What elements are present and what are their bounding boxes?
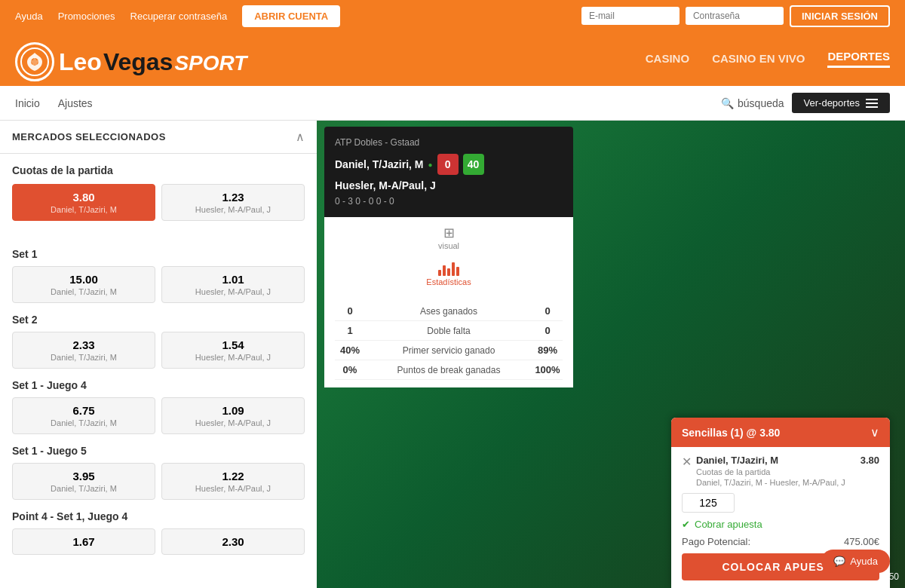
set2-odds-row: 2.33 Daniel, T/Jaziri, M 1.54 Huesler, M…	[0, 332, 317, 369]
markets-header: MERCADOS SELECCIONADOS ∧	[0, 121, 317, 154]
odd-button-team2[interactable]: 1.23 Huesler, M-A/Paul, J	[161, 184, 305, 221]
stat-row-doble: 1 Doble falta 0	[335, 321, 563, 341]
bet-amount-row	[682, 493, 879, 513]
stat-row-ases: 0 Ases ganados 0	[335, 302, 563, 321]
set2-odd-1[interactable]: 2.33 Daniel, T/Jaziri, M	[12, 332, 155, 369]
brand-leo: Leo	[59, 48, 102, 76]
nav-inicio[interactable]: Inicio	[15, 97, 40, 109]
odd-value-1: 3.80	[20, 191, 147, 204]
stats-label: Estadísticas	[426, 277, 471, 286]
odd-label-1: Daniel, T/Jaziri, M	[20, 205, 147, 214]
stat-left-primer: 40%	[335, 345, 365, 356]
nav-ajustes[interactable]: Ajustes	[58, 97, 93, 109]
set1j4-odds-row: 6.75 Daniel, T/Jaziri, M 1.09 Huesler, M…	[0, 397, 317, 434]
main-nav: CASINO CASINO EN VIVO DEPORTES	[646, 50, 890, 74]
search-icon: 🔍	[721, 97, 734, 109]
markets-panel: MERCADOS SELECCIONADOS ∧ Cuotas de la pa…	[0, 121, 317, 588]
bet-slip-title: Sencillas (1) @ 3.80	[682, 427, 780, 439]
stat-left-doble: 1	[335, 325, 365, 336]
hamburger-icon	[866, 99, 878, 108]
stat-name-primer: Primer servicio ganado	[365, 345, 532, 356]
brand-header: Leo Vegas SPORT CASINO CASINO EN VIVO DE…	[0, 32, 905, 86]
score-badge-team2: 40	[463, 154, 484, 175]
stat-row-break: 0% Puntos de break ganadas 100%	[335, 360, 563, 380]
cobrar-apuesta[interactable]: ✔ Cobrar apuesta	[682, 519, 879, 530]
bet-slip-header[interactable]: Sencillas (1) @ 3.80 ∨	[671, 418, 890, 447]
team1-name: Daniel, T/Jaziri, M	[335, 158, 423, 170]
match-stats-box: ⊞ visual Estadísticas	[324, 217, 573, 387]
set1j5-odd-1[interactable]: 3.95 Daniel, T/Jaziri, M	[12, 463, 155, 500]
bet-close-icon[interactable]: ✕	[682, 455, 692, 469]
stat-name-break: Puntos de break ganadas	[365, 365, 532, 375]
odd-button-team1[interactable]: 3.80 Daniel, T/Jaziri, M	[12, 184, 155, 221]
pago-value: 475.00€	[844, 536, 879, 547]
stat-left-break: 0%	[335, 364, 365, 375]
bet-item-info: Daniel, T/Jaziri, M 3.80 Cuotas de la pa…	[696, 455, 879, 487]
open-account-button[interactable]: ABRIR CUENTA	[242, 5, 340, 27]
bet-amount-input[interactable]	[682, 493, 735, 513]
logo-icon	[15, 42, 54, 81]
collapse-arrow-icon[interactable]: ∧	[296, 130, 305, 144]
password-input[interactable]	[686, 7, 784, 25]
set1-odd-1[interactable]: 15.00 Daniel, T/Jaziri, M	[12, 266, 155, 303]
brand-sport: SPORT	[174, 51, 247, 75]
set2-odd-2[interactable]: 1.54 Huesler, M-A/Paul, J	[161, 332, 305, 369]
match-info-panel: ATP Dobles - Gstaad Daniel, T/Jaziri, M …	[324, 127, 573, 588]
nav-casino-en-vivo[interactable]: CASINO EN VIVO	[712, 52, 805, 68]
point4-odd-1[interactable]: 1.67	[12, 528, 155, 555]
odd-value-2: 1.23	[170, 191, 296, 204]
top-bar: Ayuda Promociones Recuperar contraseña A…	[0, 0, 905, 32]
nav-promociones[interactable]: Promociones	[58, 11, 115, 22]
stat-right-primer: 89%	[532, 345, 563, 356]
stat-left-ases: 0	[335, 305, 365, 317]
stat-name-ases: Ases ganados	[365, 306, 532, 317]
ayuda-label: Ayuda	[850, 556, 878, 567]
secondary-nav-right: 🔍 búsqueda Ver-deportes	[721, 93, 890, 113]
nav-casino[interactable]: CASINO	[646, 52, 689, 68]
estadisticas-button[interactable]: Estadísticas	[426, 261, 471, 286]
visual-icon: ⊞	[443, 225, 455, 241]
nav-recuperar[interactable]: Recuperar contraseña	[130, 11, 228, 22]
set1j5-odds-row: 3.95 Daniel, T/Jaziri, M 1.22 Huesler, M…	[0, 463, 317, 500]
visual-label: visual	[438, 241, 459, 250]
email-input[interactable]	[581, 7, 680, 25]
set1j4-odd-1[interactable]: 6.75 Daniel, T/Jaziri, M	[12, 397, 155, 434]
match-tournament: ATP Dobles - Gstaad	[335, 137, 563, 148]
ver-deportes-label: Ver-deportes	[804, 97, 860, 109]
bet-item: ✕ Daniel, T/Jaziri, M 3.80 Cuotas de la …	[682, 455, 879, 487]
set1j4-odd-2[interactable]: 1.09 Huesler, M-A/Paul, J	[161, 397, 305, 434]
cuotas-title: Cuotas de la partida	[12, 164, 305, 176]
set2-title: Set 2	[0, 314, 317, 326]
search-label: búsqueda	[738, 97, 784, 109]
set1j5-title: Set 1 - Juego 5	[0, 445, 317, 457]
point4-odds-row: 1.67 2.30	[0, 528, 317, 555]
point4-title: Point 4 - Set 1, Juego 4	[0, 510, 317, 522]
visual-button[interactable]: ⊞ visual	[438, 225, 459, 250]
nav-ayuda[interactable]: Ayuda	[15, 11, 43, 22]
check-icon: ✔	[682, 519, 690, 530]
brand-vegas: Vegas	[103, 48, 173, 76]
stat-right-doble: 0	[532, 325, 563, 336]
stat-name-doble: Doble falta	[365, 326, 532, 336]
match-odds-row: 3.80 Daniel, T/Jaziri, M 1.23 Huesler, M…	[12, 184, 305, 221]
set1j5-odd-2[interactable]: 1.22 Huesler, M-A/Paul, J	[161, 463, 305, 500]
ver-deportes-button[interactable]: Ver-deportes	[792, 93, 890, 113]
bet-match-label: Daniel, T/Jaziri, M - Huesler, M-A/Paul,…	[696, 478, 879, 487]
set1-odds-row: 15.00 Daniel, T/Jaziri, M 1.01 Huesler, …	[0, 266, 317, 303]
login-button[interactable]: INICIAR SESIÓN	[790, 5, 890, 27]
point4-odd-2[interactable]: 2.30	[161, 528, 305, 555]
bet-slip-collapse-icon[interactable]: ∨	[870, 425, 879, 439]
ayuda-button[interactable]: 💬 Ayuda	[821, 550, 890, 573]
search-area[interactable]: 🔍 búsqueda	[721, 97, 784, 109]
top-bar-left: Ayuda Promociones Recuperar contraseña A…	[15, 5, 340, 27]
nav-deportes[interactable]: DEPORTES	[827, 50, 890, 68]
main-content: MERCADOS SELECCIONADOS ∧ Cuotas de la pa…	[0, 121, 905, 588]
cobrar-label: Cobrar apuesta	[695, 519, 762, 530]
set1-odd-2[interactable]: 1.01 Huesler, M-A/Paul, J	[161, 266, 305, 303]
match-teams: Daniel, T/Jaziri, M ● 0 40 Huesler, M-A/…	[335, 154, 563, 191]
chat-icon: 💬	[833, 556, 845, 567]
odd-label-2: Huesler, M-A/Paul, J	[170, 205, 296, 214]
serving-dot: ●	[428, 161, 432, 169]
set1j4-title: Set 1 - Juego 4	[0, 379, 317, 391]
set1-title: Set 1	[0, 248, 317, 260]
